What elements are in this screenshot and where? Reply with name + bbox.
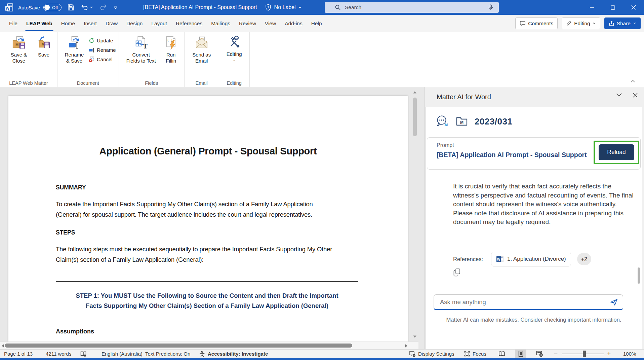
document-horizontal-scrollbar[interactable] [0,341,418,349]
tab-review[interactable]: Review [235,15,260,32]
svg-text:W: W [497,258,500,261]
panel-scroll-thumb[interactable] [638,267,640,284]
tab-mailings[interactable]: Mailings [207,15,235,32]
vertical-scroll-thumb[interactable] [413,98,417,136]
read-mode-button[interactable] [496,350,508,358]
page-indicator[interactable]: Page 1 of 13 [4,350,33,358]
zoom-in-button[interactable]: + [607,350,611,358]
convert-fields-icon: T [134,35,149,50]
autosave-toggle[interactable]: Off [43,4,62,11]
svg-text:T: T [143,42,147,50]
zoom-slider[interactable] [562,350,604,358]
reference-name: 1. Application (Divorce) [507,256,566,262]
customize-toolbar-button[interactable] [110,0,121,15]
ask-input[interactable] [434,298,609,306]
tab-file[interactable]: File [5,15,22,32]
tab-home[interactable]: Home [57,15,79,32]
green-annotation-box: Reload [594,141,639,164]
save-button[interactable] [64,0,78,15]
share-button[interactable]: Share [604,17,641,29]
word-count[interactable]: 4211 words [46,350,71,358]
scroll-down-arrow[interactable] [413,333,417,339]
collapse-panel-chevron-icon[interactable] [616,93,622,97]
text-predictions-button[interactable]: Text Predictions: On [145,350,190,358]
focus-button[interactable]: Focus [464,350,486,358]
svg-text:{...}: {...} [167,38,173,42]
microphone-icon[interactable] [487,4,494,11]
search-icon [335,4,341,10]
tab-references[interactable]: References [171,15,207,32]
tab-draw[interactable]: Draw [101,15,122,32]
zoom-out-button[interactable]: − [554,350,558,358]
display-settings-label: Display Settings [418,351,454,357]
run-fillin-button[interactable]: {...} Run Fillin [161,33,182,64]
tab-insert[interactable]: Insert [79,15,101,32]
scroll-right-arrow[interactable] [405,343,408,349]
update-button[interactable]: Update [88,37,116,44]
rename-and-save-button[interactable]: Rename & Save [60,33,88,64]
close-window-button[interactable] [623,0,644,15]
save-to-leap-button[interactable]: M Save [33,33,54,58]
run-fillin-icon: {...} [164,35,178,50]
maximize-button[interactable] [602,0,623,15]
ask-input-box[interactable] [434,294,623,310]
search-box[interactable] [325,2,499,13]
document-vertical-scrollbar[interactable] [412,88,418,341]
more-references-badge[interactable]: +2 [577,253,591,265]
editing-tools-label: Editing [227,51,242,57]
zoom-level[interactable]: 100% [623,350,636,358]
undo-button[interactable] [78,0,96,15]
sensitivity-label-button[interactable]: ? No Label [265,4,302,11]
horizontal-scroll-thumb[interactable] [5,344,352,348]
prompt-name-link[interactable]: [BETA] Application AI Prompt - Spousal S… [437,151,587,159]
print-layout-button[interactable] [515,350,526,358]
ribbon-group-editing: Editing ⌄ Editing [219,32,250,87]
save-and-close-button[interactable]: M Save & Close [5,33,33,64]
proofing-book-icon [80,351,87,357]
tab-layout[interactable]: Layout [147,15,171,32]
comments-button[interactable]: Comments [515,17,558,29]
matter-ai-panel: Matter AI for Word AI [424,87,644,349]
accessibility-person-icon [199,351,205,357]
editing-mode-button[interactable]: Editing [562,17,600,29]
zoom-slider-thumb[interactable] [583,351,586,357]
cancel-button[interactable]: Cancel [88,56,116,63]
save-close-icon: M [11,35,26,50]
workspace: Application (General) Prompt - Spousal S… [0,87,644,349]
editing-tools-button[interactable]: Editing ⌄ [222,33,247,62]
horizontal-rule [56,281,358,282]
accessibility-button[interactable]: Accessibility: Investigate [199,350,268,358]
send-as-email-button[interactable]: Send as Email [187,33,216,64]
redo-button[interactable] [96,0,110,15]
scroll-left-arrow[interactable] [1,343,4,349]
tab-leap-web[interactable]: LEAP Web [22,15,57,32]
language-button[interactable]: English (Australia) [102,350,143,358]
copy-button[interactable] [453,268,461,278]
document-heading: Application (General) Prompt - Spousal S… [8,146,408,157]
proofing-errors-button[interactable] [80,350,87,358]
search-input[interactable] [335,4,495,10]
tab-design[interactable]: Design [122,15,147,32]
tab-help[interactable]: Help [307,15,326,32]
collapse-ribbon-button[interactable] [631,78,635,84]
word-document-icon: W [496,255,504,263]
document-page[interactable]: Application (General) Prompt - Spousal S… [8,96,408,349]
panel-card: AI M 2023/031 Prompt [BETA] Application … [425,107,642,349]
reload-button[interactable]: Reload [599,144,634,160]
send-button[interactable] [609,298,618,306]
close-panel-icon[interactable] [633,93,638,98]
convert-fields-button[interactable]: T Convert Fields to Text [122,33,161,64]
minimize-button[interactable] [581,0,602,15]
group-label-email: Email [185,80,219,86]
web-layout-button[interactable] [534,350,545,358]
reference-document-chip[interactable]: W 1. Application (Divorce) [491,252,571,266]
display-settings-button[interactable]: Display Settings [409,350,454,358]
tab-add-ins[interactable]: Add-ins [280,15,307,32]
rename-button[interactable]: Rename [88,47,116,53]
tab-view[interactable]: View [260,15,280,32]
cancel-icon [88,56,95,63]
scroll-up-arrow[interactable] [413,89,417,95]
read-mode-icon [498,351,505,357]
panel-header: Matter AI for Word [425,87,644,107]
ai-message-text: It is crucial to verify that each fact a… [453,182,635,227]
